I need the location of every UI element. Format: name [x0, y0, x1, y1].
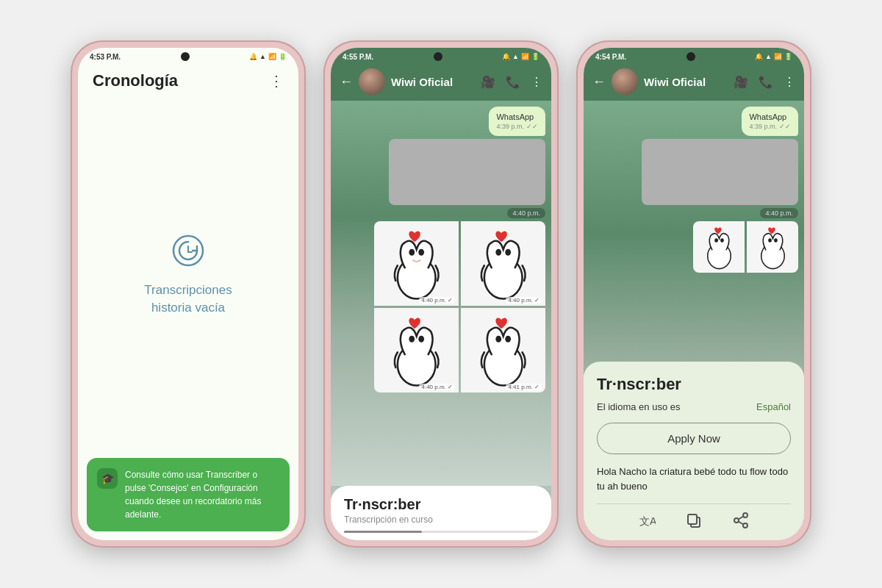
msg-text: WhatsApp	[496, 112, 534, 121]
translate-icon[interactable]: 文A	[638, 512, 656, 533]
phone-2: 4:55 P.M. 🔔 ▲ 📶 🔋 ← Wiwi Oficial 🎥 📞 ⋮	[323, 40, 559, 548]
menu-button-1[interactable]: ⋮	[269, 72, 284, 90]
svg-point-6	[418, 248, 424, 255]
menu-icon-3[interactable]: ⋮	[784, 75, 795, 89]
progress-bar-wrap	[344, 531, 538, 533]
message-whatsapp: WhatsApp 4:39 p.m. ✓✓	[489, 107, 545, 136]
svg-point-12	[418, 335, 424, 342]
time-3: 4:54 P.M.	[595, 53, 626, 61]
lang-value: Español	[756, 401, 791, 412]
status-bar-3: 4:54 P.M. 🔔 ▲ 📶 🔋	[584, 48, 804, 62]
time-1: 4:53 P.M.	[90, 53, 121, 61]
svg-point-18	[720, 238, 724, 243]
back-button-2[interactable]: ←	[340, 74, 353, 90]
chat-header-icons-3[interactable]: 🎥 📞 ⋮	[734, 75, 795, 89]
tip-banner: 🎓 Consulte cómo usar Transcriber o pulse…	[87, 458, 290, 531]
chat-header-3: ← Wiwi Oficial 🎥 📞 ⋮	[584, 62, 804, 101]
msg-time-3: 4:39 p.m.	[749, 123, 777, 130]
chat-area-2: WhatsApp 4:39 p.m. ✓✓ 4:40 p.m.	[331, 101, 551, 486]
img-time-3: 4:40 p.m. ✓	[419, 384, 455, 390]
status-icons-3: 🔔 ▲ 📶 🔋	[755, 53, 792, 60]
svg-point-4	[405, 265, 428, 291]
transcriber-title-2: Tr·nscr:ber	[344, 496, 538, 513]
svg-line-29	[739, 517, 744, 520]
phone-call-icon-3[interactable]: 📞	[759, 75, 773, 89]
time-divider-3: 4:40 p.m.	[760, 208, 798, 218]
messages-list-3: WhatsApp 4:39 p.m. ✓✓ 4:40 p.m.	[584, 101, 804, 279]
svg-point-11	[409, 335, 415, 342]
svg-point-15	[505, 335, 511, 342]
svg-point-8	[495, 248, 501, 255]
history-icon	[166, 229, 210, 273]
status-bar-2: 4:55 P.M. 🔔 ▲ 📶 🔋	[331, 48, 551, 62]
svg-point-5	[409, 248, 415, 255]
image-grid-3	[693, 221, 798, 273]
chat-name-3: Wiwi Oficial	[644, 76, 728, 88]
chat-area-3: WhatsApp 4:39 p.m. ✓✓ 4:40 p.m.	[584, 101, 804, 540]
tip-text: Consulte cómo usar Transcriber o pulse '…	[125, 468, 279, 521]
camera-notch-3	[686, 52, 695, 61]
phone-1: 4:53 P.M. 🔔 ▲ 📶 🔋 Cronología ⋮	[71, 40, 306, 548]
progress-bar	[344, 531, 422, 533]
msg-ticks-3: ✓✓	[779, 123, 791, 130]
svg-point-9	[505, 248, 511, 255]
msg-text-3: WhatsApp	[749, 112, 786, 121]
transcriber-card: Tr·nscr:ber El idioma en uso es Español …	[584, 362, 804, 540]
video-call-icon[interactable]: 🎥	[481, 75, 495, 89]
camera-notch-1	[181, 52, 190, 61]
transcriber-card-title: Tr·nscr:ber	[597, 375, 791, 394]
phone-3: 4:54 P.M. 🔔 ▲ 📶 🔋 ← Wiwi Oficial 🎥 📞 ⋮	[576, 40, 811, 548]
msg-time: 4:39 p.m.	[496, 123, 524, 130]
status-icons-1: 🔔 ▲ 📶 🔋	[249, 53, 287, 60]
img-time-4: 4:41 p.m. ✓	[506, 384, 542, 390]
svg-point-25	[743, 513, 747, 517]
time-2: 4:55 P.M.	[343, 53, 373, 61]
back-button-3[interactable]: ←	[592, 74, 606, 90]
blurred-image-3	[642, 139, 798, 205]
svg-point-20	[768, 238, 772, 243]
empty-text: Transcripciones historia vacía	[144, 282, 232, 317]
cronologia-title: Cronología	[93, 71, 178, 90]
svg-point-14	[495, 335, 501, 342]
avatar-3	[612, 68, 638, 95]
svg-point-17	[714, 238, 718, 243]
img-time-2: 4:40 p.m. ✓	[506, 297, 542, 304]
grid-img-4: 4:41 p.m. ✓	[461, 308, 545, 392]
blurred-image	[389, 139, 545, 205]
grid-img-3: 4:40 p.m. ✓	[374, 308, 459, 392]
video-call-icon-3[interactable]: 🎥	[734, 75, 748, 89]
img-time-1: 4:40 p.m. ✓	[419, 297, 455, 304]
grid-img-1: 4:40 p.m. ✓	[374, 221, 459, 306]
svg-point-21	[774, 238, 778, 243]
tip-icon: 🎓	[97, 468, 118, 489]
image-grid: 4:40 p.m. ✓	[374, 221, 545, 392]
apply-now-button[interactable]: Apply Now	[597, 423, 791, 454]
cronologia-header: Cronología ⋮	[78, 62, 298, 96]
time-divider: 4:40 p.m.	[507, 208, 545, 218]
transcription-text: Hola Nacho la criatura bebé todo tu flow…	[597, 465, 791, 493]
card-actions: 文A	[597, 503, 791, 533]
chat-header-icons-2[interactable]: 🎥 📞 ⋮	[481, 75, 542, 89]
transcriber-subtitle-2: Transcripción en curso	[344, 514, 538, 525]
camera-notch-2	[434, 52, 442, 61]
svg-line-28	[739, 522, 744, 525]
grid-img-3-1	[693, 221, 745, 273]
share-icon[interactable]	[732, 512, 750, 533]
menu-icon-2[interactable]: ⋮	[531, 75, 542, 89]
transcriber-panel-2: Tr·nscr:ber Transcripción en curso	[331, 486, 551, 540]
lang-row: El idioma en uso es Español	[597, 401, 791, 412]
grid-img-3-2	[747, 221, 798, 273]
phone-call-icon[interactable]: 📞	[506, 75, 520, 89]
messages-list-2: WhatsApp 4:39 p.m. ✓✓ 4:40 p.m.	[331, 101, 551, 398]
message-whatsapp-3: WhatsApp 4:39 p.m. ✓✓	[742, 107, 798, 136]
svg-rect-24	[688, 514, 697, 524]
svg-point-26	[734, 518, 739, 523]
lang-label: El idioma en uso es	[597, 401, 680, 412]
svg-point-27	[743, 523, 747, 528]
svg-text:文A: 文A	[639, 515, 656, 527]
status-bar-1: 4:53 P.M. 🔔 ▲ 📶 🔋	[78, 48, 298, 62]
avatar-2	[359, 68, 385, 95]
chat-header-2: ← Wiwi Oficial 🎥 📞 ⋮	[331, 62, 551, 101]
chat-name-2: Wiwi Oficial	[391, 76, 475, 88]
copy-icon[interactable]	[685, 512, 703, 533]
